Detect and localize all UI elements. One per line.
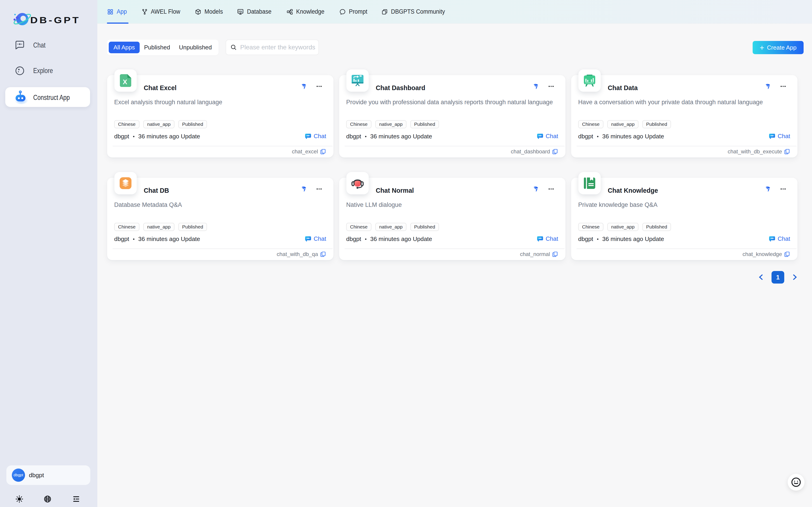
svg-text:X: X (123, 78, 127, 86)
svg-text:SQL: SQL (238, 10, 243, 12)
